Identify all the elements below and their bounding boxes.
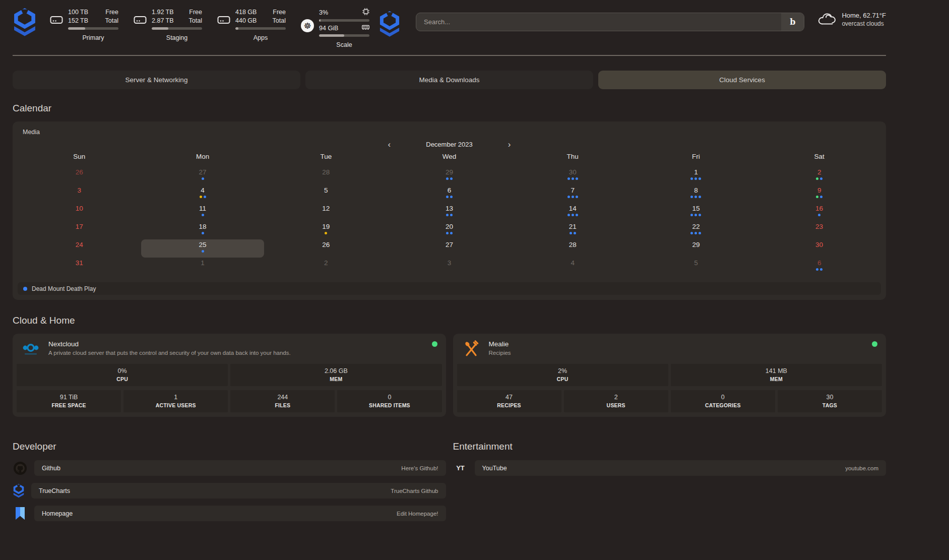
calendar-day[interactable]: 7 (511, 185, 635, 203)
scale-cpu-bar (319, 19, 369, 22)
calendar-day-today[interactable]: 25 (141, 239, 265, 258)
calendar-day[interactable]: 15 (635, 203, 758, 221)
calendar-day-number: 27 (199, 168, 207, 176)
event-dot-icon (567, 196, 570, 198)
resource-widget-apps: 418 GBFree 440 GBTotal Apps (217, 8, 286, 41)
bookmark-link-github[interactable]: Github Here's Github! (34, 460, 446, 476)
service-link-mealie[interactable]: Mealie Recipies (453, 334, 887, 364)
calendar-day[interactable]: 3 (18, 185, 141, 203)
calendar-day-dots (690, 214, 701, 216)
event-dot-icon (820, 196, 823, 198)
calendar-day[interactable]: 11 (141, 203, 265, 221)
calendar-widget: Media ‹ December 2023 › SunMonTueWedThuF… (13, 121, 886, 300)
event-dot-icon (325, 232, 327, 234)
event-dot-icon (699, 177, 701, 180)
event-dot-icon (694, 232, 697, 234)
cloud-icon (817, 12, 836, 27)
calendar-day[interactable]: 16 (757, 203, 881, 221)
scale-mem-value: 94 GiB (319, 24, 338, 32)
resource-total-caption: Total (105, 17, 118, 25)
calendar-day[interactable]: 14 (511, 203, 635, 221)
tab-cloud-services[interactable]: Cloud Services (598, 71, 886, 89)
calendar-day-dots (325, 232, 327, 234)
calendar-day[interactable]: 18 (141, 221, 265, 239)
calendar-day-number: 9 (817, 186, 821, 195)
bookmark-link-homepage[interactable]: Homepage Edit Homepage! (34, 506, 446, 521)
calendar-day[interactable]: 4 (511, 258, 635, 276)
developer-section: Developer Github Here's Github! TrueChar… (13, 441, 446, 528)
calendar-day[interactable]: 1 (635, 167, 758, 185)
stat-free-space: 91 TiBFREE SPACE (17, 390, 121, 412)
calendar-day[interactable]: 19 (264, 221, 388, 239)
calendar-day-number: 13 (446, 204, 453, 213)
tab-server-networking[interactable]: Server & Networking (13, 71, 300, 89)
service-link-nextcloud[interactable]: Nextcloud A private cloud server that pu… (13, 334, 446, 364)
search-input[interactable] (416, 13, 781, 31)
disk-icon (217, 15, 230, 41)
calendar-day[interactable]: 1 (141, 258, 265, 276)
bookmark-link-youtube[interactable]: YouTube youtube.com (475, 460, 887, 476)
calendar-day[interactable]: 12 (264, 203, 388, 221)
entertainment-section-title: Entertainment (453, 441, 887, 452)
weather-widget: Home, 62.71°F overcast clouds (817, 12, 886, 27)
calendar-day[interactable]: 6 (757, 258, 881, 276)
calendar-day[interactable]: 2 (264, 258, 388, 276)
calendar-day-number: 26 (76, 168, 83, 176)
calendar-day[interactable]: 3 (388, 258, 511, 276)
resource-usage-fill (68, 27, 85, 30)
calendar-day-number: 1 (201, 259, 205, 267)
calendar-day[interactable]: 24 (18, 239, 141, 258)
bookmark-link-truecharts[interactable]: TrueCharts TrueCharts Github (31, 483, 446, 499)
calendar-day-number: 30 (815, 240, 823, 249)
calendar-day-number: 21 (569, 222, 577, 231)
calendar-day[interactable]: 26 (18, 167, 141, 185)
scale-cpu-value: 3% (319, 9, 328, 17)
calendar-day[interactable]: 28 (264, 167, 388, 185)
calendar-day[interactable]: 31 (18, 258, 141, 276)
calendar-day[interactable]: 27 (388, 239, 511, 258)
calendar-day[interactable]: 20 (388, 221, 511, 239)
service-card-mealie: Mealie Recipies 2%CPU 141 MBMEM 47RECIPE… (453, 334, 887, 417)
event-dot-icon (690, 177, 693, 180)
calendar-day[interactable]: 5 (635, 258, 758, 276)
calendar-day-number: 2 (817, 168, 821, 176)
calendar-day-dots (202, 177, 204, 180)
calendar-day-number: 28 (569, 240, 577, 249)
calendar-day[interactable]: 17 (18, 221, 141, 239)
calendar-day[interactable]: 30 (757, 239, 881, 258)
calendar-day[interactable]: 8 (635, 185, 758, 203)
calendar-day[interactable]: 9 (757, 185, 881, 203)
calendar-day[interactable]: 26 (264, 239, 388, 258)
event-dot-icon (450, 177, 453, 180)
event-dot-icon (576, 177, 578, 180)
event-dot-icon (450, 232, 453, 234)
calendar-day-number: 22 (692, 222, 700, 231)
calendar-prev-button[interactable]: ‹ (386, 140, 393, 149)
calendar-event-item[interactable]: Dead Mount Death Play (18, 282, 881, 295)
calendar-day[interactable]: 2 (757, 167, 881, 185)
service-description: A private cloud server that puts the con… (48, 350, 291, 356)
calendar-event-label: Dead Mount Death Play (32, 285, 96, 292)
calendar-next-button[interactable]: › (506, 140, 513, 149)
calendar-day[interactable]: 22 (635, 221, 758, 239)
calendar-day[interactable]: 30 (511, 167, 635, 185)
calendar-day[interactable]: 10 (18, 203, 141, 221)
calendar-day[interactable]: 29 (635, 239, 758, 258)
event-dot-icon (820, 268, 823, 271)
calendar-day[interactable]: 5 (264, 185, 388, 203)
calendar-day[interactable]: 21 (511, 221, 635, 239)
calendar-day[interactable]: 13 (388, 203, 511, 221)
calendar-day[interactable]: 4 (141, 185, 265, 203)
event-dot-icon (450, 214, 453, 216)
calendar-day[interactable]: 27 (141, 167, 265, 185)
calendar-day-number: 18 (199, 222, 207, 231)
event-dot-icon (694, 214, 697, 216)
calendar-day[interactable]: 23 (757, 221, 881, 239)
calendar-day[interactable]: 29 (388, 167, 511, 185)
calendar-day[interactable]: 28 (511, 239, 635, 258)
bing-search-button[interactable]: b (781, 13, 804, 31)
tab-media-downloads[interactable]: Media & Downloads (305, 71, 593, 89)
calendar-day-number: 6 (448, 186, 452, 195)
calendar-day[interactable]: 6 (388, 185, 511, 203)
event-dot-icon (699, 232, 701, 234)
